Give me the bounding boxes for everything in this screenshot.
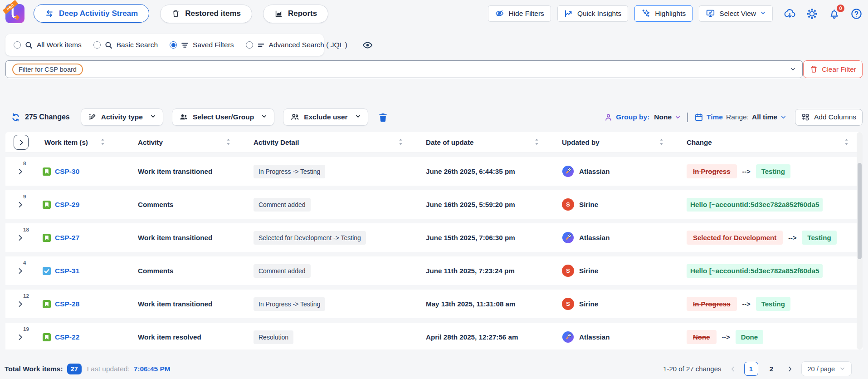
page-button-2[interactable]: 2 [765, 362, 779, 376]
nav-reports-button[interactable]: Reports [263, 5, 328, 23]
column-header-updated-by[interactable]: Updated by [553, 138, 678, 147]
activity-type-dropdown[interactable]: Activity type [81, 108, 163, 126]
trash-icon [171, 10, 180, 18]
expand-row-button[interactable] [17, 234, 24, 241]
expand-cell: 12 [5, 290, 35, 318]
search-mode-options: All Work itemsBasic SearchSaved FiltersA… [14, 41, 347, 49]
divider [687, 113, 688, 122]
exclude-user-dropdown[interactable]: Exclude user [283, 108, 368, 126]
change-cell: Hello [~accountid:5d3ec782a852f60da5 [678, 264, 863, 278]
activity-detail-cell: Comment added [244, 264, 417, 278]
expand-row-button[interactable] [17, 300, 24, 308]
help-button[interactable] [850, 8, 863, 20]
time-range-control[interactable]: Time Range: All time [694, 113, 786, 122]
refresh-button[interactable] [11, 113, 20, 122]
select-user-group-dropdown[interactable]: Select User/Group [172, 108, 274, 126]
chart-icon [274, 10, 283, 18]
sort-icon[interactable] [226, 138, 231, 147]
vertical-scrollbar[interactable] [857, 132, 863, 349]
expand-row-button[interactable] [17, 168, 24, 175]
nav-deep-activity-stream-button[interactable]: Deep Activitiy Stream [34, 4, 149, 23]
search-mode-saved-filters[interactable]: Saved Filters [170, 41, 234, 49]
column-header-activity[interactable]: Activity [129, 138, 244, 147]
group-by-control[interactable]: Group by: None [604, 113, 681, 122]
story-icon [43, 167, 51, 176]
work-item-link[interactable]: CSP-22 [55, 333, 79, 341]
user-avatar: S [562, 265, 574, 277]
app-logo[interactable]: PRO [5, 4, 24, 23]
expand-row-button[interactable] [17, 267, 24, 275]
work-item-link[interactable]: CSP-27 [55, 234, 79, 242]
user-name: Sirine [579, 267, 598, 275]
activity-detail-cell: Selected for Development -> Testing [244, 231, 417, 245]
selected-filter-chip[interactable]: Filter for CSP board [12, 64, 83, 75]
activity-icon [88, 113, 97, 122]
next-page-button[interactable] [787, 366, 793, 372]
download-button[interactable] [784, 8, 796, 20]
total-work-items-label: Total Work items: [5, 365, 63, 373]
table-row: 4CSP-31CommentsComment addedJune 11th 20… [5, 256, 863, 285]
gear-icon [806, 8, 818, 20]
expand-row-button[interactable] [17, 334, 24, 341]
nav-restored-items-button[interactable]: Restored items [160, 5, 252, 23]
changes-count: 275 Changes [25, 113, 70, 121]
work-item-link[interactable]: CSP-30 [55, 167, 79, 176]
search-mode-all-work-items[interactable]: All Work items [14, 41, 82, 49]
sort-icon[interactable] [534, 138, 539, 147]
activity-detail-cell: Comment added [244, 198, 417, 212]
sort-icon[interactable] [659, 138, 664, 147]
change-cell: In Progress-->Testing [678, 297, 863, 311]
scrollbar-thumb[interactable] [858, 163, 862, 259]
page-size-select[interactable]: 20 / page [801, 361, 852, 376]
activity-cell: Comments [129, 201, 244, 208]
clear-filter-button[interactable]: Clear Filter [803, 60, 863, 78]
page-numbers: 12 [744, 362, 779, 376]
user-name: Atlassian [579, 167, 610, 175]
column-header-activity-detail[interactable]: Activity Detail [244, 138, 417, 147]
quick-insights-button[interactable]: Quick Insights [557, 5, 628, 22]
sort-icon[interactable] [398, 138, 403, 147]
chevron-left-icon [730, 366, 736, 372]
user-avatar: S [562, 298, 574, 310]
settings-button[interactable] [806, 8, 818, 20]
column-header-date-of-update[interactable]: Date of update [417, 138, 553, 147]
radio-button[interactable] [14, 41, 21, 49]
prev-page-button[interactable] [730, 366, 736, 372]
radio-button[interactable] [246, 41, 253, 49]
radio-button[interactable] [170, 41, 177, 49]
column-header-change[interactable]: Change [678, 138, 863, 147]
saved-filter-select[interactable]: Filter for CSP board [5, 60, 803, 78]
sort-icon[interactable] [100, 138, 105, 147]
radio-button[interactable] [93, 41, 101, 49]
search-mode-basic-search[interactable]: Basic Search [93, 41, 158, 49]
highlights-button[interactable]: Highlights [634, 5, 692, 22]
table-row: 19CSP-22Work item resolvedResolutionApri… [5, 323, 863, 349]
column-header-work-item-s[interactable]: Work item (s) [35, 138, 129, 147]
change-arrow: --> [742, 168, 751, 175]
pagination-range: 1-20 of 27 changes [663, 365, 721, 373]
activity-detail-chip: Selected for Development -> Testing [254, 231, 366, 245]
activity-detail-cell: In Progress -> Testing [244, 297, 417, 311]
activity-detail-cell: Resolution [244, 330, 417, 344]
expand-all-button[interactable] [14, 135, 29, 150]
person-icon [604, 113, 613, 122]
add-columns-button[interactable]: Add Columns [795, 109, 863, 126]
expand-row-button[interactable] [17, 201, 24, 208]
user-avatar [562, 231, 574, 244]
work-item-link[interactable]: CSP-29 [55, 201, 79, 209]
clear-toolbar-filters-button[interactable] [378, 112, 388, 123]
sort-icon[interactable] [844, 138, 849, 147]
preview-eye-button[interactable] [362, 39, 373, 51]
hide-filters-button[interactable]: Hide Filters [488, 5, 551, 22]
select-view-button[interactable]: Select View [699, 5, 773, 22]
chevron-down-icon[interactable] [790, 66, 796, 72]
activity-detail-chip: Comment added [254, 264, 311, 278]
calendar-icon [694, 113, 703, 122]
notifications-button[interactable]: 0 [828, 8, 840, 20]
related-changes-count: 4 [23, 260, 26, 266]
work-item-link[interactable]: CSP-28 [55, 300, 79, 308]
search-mode-advanced-search-jql[interactable]: Advanced Search ( JQL ) [246, 41, 347, 49]
cloud-download-icon [784, 8, 796, 20]
page-button-1[interactable]: 1 [744, 362, 758, 376]
work-item-link[interactable]: CSP-31 [55, 267, 79, 275]
